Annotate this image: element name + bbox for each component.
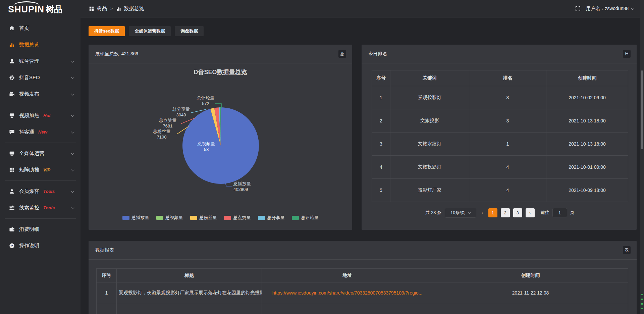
sidebar-item-label: 抖客通: [19, 129, 34, 135]
table-badge[interactable]: 表: [623, 246, 631, 254]
sidebar-item-doukertong[interactable]: 抖客通 New: [0, 124, 80, 140]
sidebar-item-matrix-boost[interactable]: 矩阵助推 VIP: [0, 162, 80, 178]
legend-item-comments[interactable]: 总评论量: [292, 215, 319, 221]
chevron-down-icon: [71, 113, 74, 117]
fullscreen-icon[interactable]: [575, 6, 581, 11]
pie-label-plays: 总播放量402909: [233, 181, 270, 192]
pie-label-videos: 总视频量58: [188, 141, 225, 152]
logo-arc: [13, 1, 40, 10]
tab-inquiry-data[interactable]: 询盘数据: [175, 26, 204, 36]
chart-title: D音SEO数据量总览: [89, 68, 352, 76]
sidebar-item-help[interactable]: ? 操作说明: [0, 238, 80, 254]
total-badge[interactable]: 总: [338, 50, 346, 58]
topbar: 树品 > 数据总览 用户名：zswodun88: [80, 0, 644, 17]
gear-icon: [9, 75, 15, 81]
content: 抖音seo数据 全媒体运营数据 询盘数据 展现量总数: 421,369 总: [80, 17, 644, 314]
sidebar-item-all-media[interactable]: 全媒体运营: [0, 145, 80, 162]
cell-keyword: 文旅投影: [390, 109, 469, 133]
cell-keyword: 文旅水纹灯: [390, 133, 469, 156]
sidebar-item-video-heat[interactable]: 视频加热 Hot: [0, 107, 80, 124]
col-header: 排名: [469, 70, 546, 86]
page-size-value: 10条/页: [450, 210, 465, 216]
table-row: 3 文旅水纹灯 1 2021-10-13 18:00: [372, 133, 628, 156]
breadcrumb: 树品 > 数据总览: [89, 5, 144, 12]
cell-title: 景观投影灯，夜游景观投影灯厂家展示展示落花灯在花园里的灯光投影应用效果 #: [117, 282, 262, 303]
legend-swatch: [122, 216, 129, 220]
scrollbar-thumb[interactable]: [641, 70, 643, 149]
prev-page-icon[interactable]: ‹: [480, 209, 485, 216]
tab-bar: 抖音seo数据 全媒体运营数据 询盘数据: [89, 26, 637, 36]
legend-swatch: [156, 216, 163, 220]
cell-time: 2021-10-01 09:00: [546, 156, 628, 179]
legend-swatch: [258, 216, 265, 220]
legend-item-likes[interactable]: 总点赞量: [224, 215, 251, 221]
sidebar-item-lead-monitor[interactable]: 线索监控 Tools: [0, 200, 80, 216]
cell-time: 2021-10-13 18:00: [546, 133, 628, 156]
cell-index: 1: [97, 282, 117, 303]
cell-time: 2021-10-13 18:00: [546, 109, 628, 133]
sidebar-item-account[interactable]: 账号管理: [0, 53, 80, 69]
day-badge[interactable]: 日: [623, 50, 631, 58]
page-button-1[interactable]: 1: [488, 208, 497, 217]
report-table-wrap: 序号 标题 地址 创建时间 1 景观投影灯，夜游景观投影灯厂家展示展示落花灯在花…: [89, 260, 637, 314]
pie-chart: D音SEO数据量总览 总评论量572 总分享量3049 总点赞量7681 总粉丝…: [89, 63, 352, 229]
sidebar-item-video-publish[interactable]: 视频发布: [0, 86, 80, 102]
pie-label-comments: 总评论量572: [187, 95, 224, 106]
pie-label-shares: 总分享量3049: [163, 106, 200, 118]
legend-item-videos[interactable]: 总视频量: [156, 215, 183, 221]
legend-item-fans[interactable]: 总粉丝量: [190, 215, 217, 221]
chevron-down-icon: [631, 6, 635, 10]
sidebar-item-data-overview[interactable]: 数据总览: [0, 37, 80, 53]
sidebar-item-label: 账号管理: [19, 58, 39, 64]
cell-time: 2021-10-09 18:00: [546, 179, 628, 202]
col-header: 序号: [97, 269, 117, 282]
tab-douyin-seo-data[interactable]: 抖音seo数据: [89, 26, 125, 36]
cell-rank: 4: [469, 179, 546, 202]
panel-row: 展现量总数: 421,369 总 D音SEO数据量总览: [89, 45, 637, 230]
table-row: 1 景观投影灯 3 2021-10-02 09:00: [372, 86, 628, 109]
goto-page-input[interactable]: [552, 208, 567, 217]
logo[interactable]: SHUPIN 树品: [0, 0, 80, 17]
sidebar-item-douyin-seo[interactable]: 抖音SEO: [0, 69, 80, 86]
member-icon: [9, 189, 15, 195]
next-page-button[interactable]: ›: [526, 208, 535, 217]
scrollbar-track[interactable]: [640, 0, 644, 314]
screen-icon: [9, 113, 15, 119]
page-button-3[interactable]: 3: [513, 208, 522, 217]
sidebar-item-consumption[interactable]: 消费明细: [0, 221, 80, 238]
rank-table: 序号 关键词 排名 创建时间 1 景观投影灯 3: [372, 70, 628, 202]
table-header-row: 序号 标题 地址 创建时间: [97, 269, 628, 282]
tools-tag: Tools: [43, 189, 55, 194]
goto-label: 前往: [541, 210, 549, 216]
home-icon: [9, 25, 15, 32]
cell-time: 2021-10-02 09:00: [546, 86, 628, 109]
page-size-select[interactable]: 10条/页: [445, 208, 476, 218]
legend-swatch: [190, 216, 197, 220]
breadcrumb-item-root[interactable]: 树品: [97, 5, 107, 12]
sidebar-item-member-burst[interactable]: 会员爆客 Tools: [0, 183, 80, 200]
legend-swatch: [292, 216, 299, 220]
cell-index: 5: [372, 179, 390, 202]
sidebar-item-home[interactable]: 首页: [0, 20, 80, 37]
tab-all-media-data[interactable]: 全媒体运营数据: [129, 26, 171, 36]
bar-chart-icon: [116, 6, 121, 11]
page-button-2[interactable]: 2: [501, 208, 510, 217]
col-header: 地址: [262, 269, 433, 282]
video-link[interactable]: https://www.iesdouyin.com/share/video/70…: [272, 290, 423, 296]
table-header-row: 序号 关键词 排名 创建时间: [372, 70, 628, 86]
menu-divider: [5, 105, 76, 105]
report-table: 序号 标题 地址 创建时间 1 景观投影灯，夜游景观投影灯厂家展示展示落花灯在花…: [96, 268, 628, 314]
rank-panel-title: 今日排名: [368, 51, 387, 57]
panel-douyin-seo-overview: 展现量总数: 421,369 总 D音SEO数据量总览: [89, 45, 352, 230]
cell-keyword: 文旅投影灯: [390, 156, 469, 179]
pie-label-likes: 总点赞量7681: [149, 117, 186, 129]
legend-item-shares[interactable]: 总分享量: [258, 215, 285, 221]
new-tag: New: [38, 129, 47, 135]
breadcrumb-item-current[interactable]: 数据总览: [124, 5, 144, 12]
legend-item-plays[interactable]: 总播放量: [122, 215, 149, 221]
cell-index: 1: [372, 86, 390, 109]
table-row: 4 文旅投影灯 4 2021-10-01 09:00: [372, 156, 628, 179]
cell-rank: 3: [469, 86, 546, 109]
user-menu[interactable]: 用户名：zswodun88: [586, 6, 634, 12]
pagination: 共 23 条 10条/页 ‹ 1 2 3 › 前往: [372, 208, 628, 218]
